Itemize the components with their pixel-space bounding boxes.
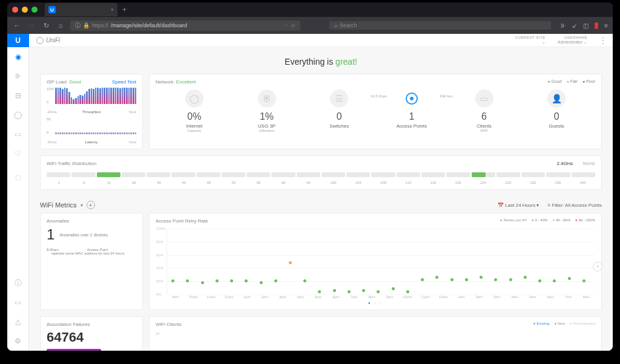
window-controls[interactable]: [12, 7, 38, 13]
wifi-clients-card: WiFi Clients Existing New Disconnected 3…: [149, 316, 602, 351]
browser-tab[interactable]: U ×: [45, 3, 117, 16]
anomalies-card: Anomalies 1 Anomalies over 1 devices 8:0…: [40, 213, 143, 310]
more-menu[interactable]: ⋮: [599, 36, 605, 45]
top-bar: UniFi CURRENT SITE ⌄ USERNAME Administra…: [29, 34, 613, 47]
ext2-icon[interactable]: ·: [595, 22, 598, 29]
nav-alerts[interactable]: ▭: [12, 296, 24, 308]
ext-icon[interactable]: ↙: [572, 22, 577, 29]
nav-shield[interactable]: ⬡: [12, 172, 24, 184]
nav-statistics[interactable]: ⊪: [12, 70, 24, 82]
forward-button: →: [27, 22, 36, 29]
nav-settings[interactable]: ⚙: [12, 335, 24, 347]
chevron-down-icon: ⌄: [542, 40, 546, 45]
timerange-selector[interactable]: 📅 Last 24 Hours ▾: [498, 203, 539, 208]
user-icon: 👤: [547, 89, 566, 108]
association-failures-card: Association Failures 64764: [40, 316, 143, 351]
wifi-distribution-card: WiFi Traffic Distribution 2.4GHz 5GHz 16…: [40, 155, 602, 190]
loop-icon: [36, 37, 44, 44]
browser-tabbar: U × +: [7, 2, 613, 17]
back-button[interactable]: ←: [12, 22, 22, 29]
nav-devices[interactable]: ◯: [12, 109, 24, 121]
stat-guests[interactable]: 👤 0 Guests: [520, 89, 593, 132]
stat-ap[interactable]: 16.5 Kbps 296 bps 1 Access Points: [375, 89, 448, 132]
filter-selector[interactable]: ≡ Filter: All Access Points: [547, 203, 602, 208]
left-sidebar: U ◉ ⊪ ⊟ ◯ ▭ ♡ ⬡ ⓘ ▭ △ ⚙: [7, 34, 29, 351]
metrics-title: WiFi Metrics: [40, 201, 77, 209]
speedtest-link[interactable]: Speed Test: [112, 79, 136, 85]
ap-icon: [403, 89, 421, 108]
dist-tab-24[interactable]: 2.4GHz: [556, 161, 573, 166]
assoc-count: 64764: [47, 330, 136, 345]
reload-button[interactable]: ↻: [41, 22, 51, 30]
info-icon[interactable]: ⓘ: [75, 22, 81, 30]
browser-toolbar: ← → ↻ ⌂ ⓘ 🔒 https:// /manage/site/defaul…: [7, 17, 613, 34]
anomalies-count: 1: [47, 226, 54, 243]
network-card: Network: Excellent Good Fair Poor ◯ 0%: [149, 74, 602, 149]
stat-switches[interactable]: ☰ 0 Switches: [303, 89, 375, 132]
dist-title: WiFi Traffic Distribution: [47, 161, 96, 166]
assoc-bar: [47, 349, 101, 351]
nav-events[interactable]: ⓘ: [12, 277, 24, 289]
add-widget-button[interactable]: +: [87, 201, 95, 209]
chevron-down-icon[interactable]: ▾: [81, 203, 83, 208]
nav-map[interactable]: ⊟: [12, 89, 24, 102]
stat-clients[interactable]: ▭ 6 Clients WIFI: [448, 89, 521, 132]
new-tab-button[interactable]: +: [122, 5, 127, 14]
retry-rate-card: Access Point Retry Rate Retries per AP 0…: [149, 213, 602, 310]
search-bar[interactable]: ⌕ Search: [329, 21, 551, 30]
latency-chart: 50 0: [47, 117, 136, 139]
brand: UniFi: [36, 37, 60, 44]
lock-icon: 🔒: [83, 22, 90, 28]
nav-insights[interactable]: ♡: [12, 148, 24, 160]
laptop-icon: ▭: [475, 89, 493, 108]
dist-tab-5[interactable]: 5GHz: [583, 161, 595, 166]
stat-usg[interactable]: ⛨ 1% USG 3P Utilization: [231, 89, 303, 132]
favicon-icon: U: [48, 6, 56, 13]
nav-notif[interactable]: △: [12, 316, 24, 328]
chart-pager[interactable]: ● ○ ○: [156, 301, 595, 305]
sidebar-icon[interactable]: ◫: [583, 22, 589, 29]
switch-icon: ☰: [330, 89, 348, 108]
user-menu[interactable]: USERNAME Administrator ⌄: [558, 36, 587, 45]
reader-icon[interactable]: ☆: [291, 22, 295, 28]
stat-internet[interactable]: ◯ 0% Internet Capacity: [158, 89, 231, 132]
logo-button[interactable]: U: [7, 34, 29, 47]
nav-dashboard[interactable]: ◉: [12, 51, 24, 63]
library-icon[interactable]: ⊪: [561, 22, 566, 29]
isp-card: ISP Load: Good Speed Test 10M 0 -24msThr…: [40, 74, 143, 149]
throughput-chart: 10M 0: [47, 87, 136, 109]
shield-icon: ⛨: [258, 89, 276, 108]
metrics-header: WiFi Metrics ▾ + 📅 Last 24 Hours ▾ ≡ Fil…: [40, 197, 602, 213]
url-bar[interactable]: ⓘ 🔒 https:// /manage/site/default/dashbo…: [70, 21, 300, 31]
site-selector[interactable]: CURRENT SITE ⌄: [515, 36, 546, 45]
home-button[interactable]: ⌂: [56, 22, 65, 29]
hero-status: Everything is great!: [40, 57, 602, 67]
chart-next-button[interactable]: ›: [593, 262, 602, 271]
globe-icon: ◯: [185, 89, 203, 108]
nav-clients[interactable]: ▭: [12, 128, 24, 140]
close-tab-icon[interactable]: ×: [111, 7, 114, 13]
search-icon: ⌕: [334, 22, 337, 28]
menu-icon[interactable]: ≡: [604, 22, 608, 29]
